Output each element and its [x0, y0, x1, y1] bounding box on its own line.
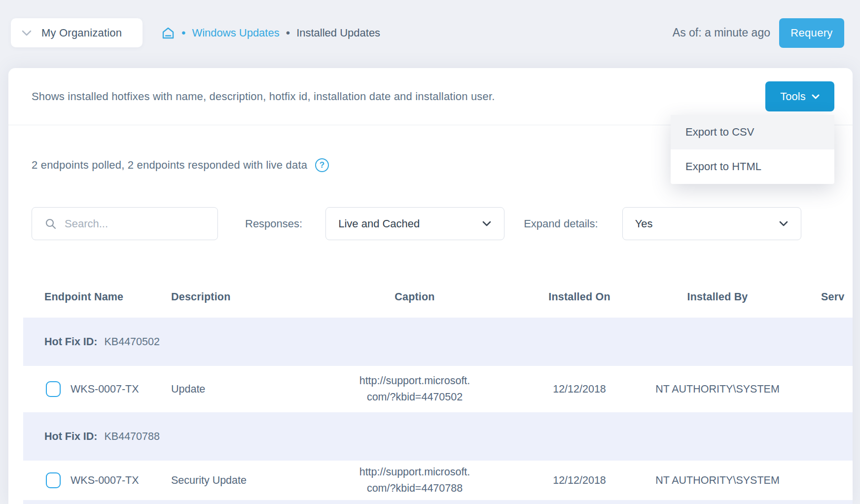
top-bar: My Organization • Windows Updates • Inst… [0, 0, 860, 68]
hotfix-group-header: Hot Fix ID: KB4470502 [23, 318, 853, 366]
row-checkbox[interactable] [46, 381, 61, 397]
search-input[interactable] [64, 217, 213, 231]
installed-by-user: NT AUTHORITY\SYSTEM [648, 474, 787, 487]
breadcrumb-separator: • [286, 27, 290, 39]
caption-line: com/?kbid=4470788 [319, 480, 510, 497]
installed-updates-table: Endpoint Name Description Caption Instal… [8, 277, 853, 504]
tools-button-label: Tools [780, 90, 805, 103]
poll-status-row: 2 endpoints polled, 2 endpoints responde… [32, 157, 329, 173]
update-caption-url: http://support.microsoft. com/?kbid=4470… [319, 464, 510, 497]
column-header-installed-by[interactable]: Installed By [648, 291, 787, 303]
breadcrumb-current-page: Installed Updates [296, 27, 380, 39]
caption-line: http://support.microsoft. [319, 373, 510, 389]
endpoint-name: WKS-0007-TX [71, 474, 139, 487]
column-header-description[interactable]: Description [171, 291, 319, 303]
hotfix-id-value: KB4470788 [105, 431, 160, 443]
filter-row: Responses: Live and Cached Expand detail… [32, 207, 838, 240]
breadcrumb-separator: • [181, 27, 185, 39]
update-description: Security Update [171, 474, 319, 487]
table-header-row: Endpoint Name Description Caption Instal… [23, 277, 853, 318]
responses-select-value: Live and Cached [338, 217, 420, 230]
column-header-caption[interactable]: Caption [319, 291, 510, 303]
expand-details-select-value: Yes [635, 217, 653, 230]
responses-label: Responses: [245, 217, 302, 230]
hotfix-id-label: Hot Fix ID: [44, 431, 98, 443]
chevron-down-icon [482, 221, 491, 226]
report-description: Shows installed hotfixes with name, desc… [32, 90, 765, 103]
caption-line: http://support.microsoft. [319, 464, 510, 480]
breadcrumb: • Windows Updates • Installed Updates [161, 18, 380, 47]
hotfix-id-label: Hot Fix ID: [44, 336, 98, 348]
caption-line: com/?kbid=4470502 [319, 389, 510, 405]
hotfix-id-value: KB4470502 [105, 336, 160, 348]
hotfix-group-header-partial [23, 500, 853, 504]
home-icon[interactable] [161, 26, 175, 40]
breadcrumb-link-windows-updates[interactable]: Windows Updates [192, 27, 279, 39]
organization-label: My Organization [41, 27, 122, 39]
expand-details-label: Expand details: [524, 217, 598, 230]
expand-details-select[interactable]: Yes [622, 207, 801, 240]
tools-dropdown-menu: Export to CSV Export to HTML [671, 115, 834, 184]
hotfix-group-header: Hot Fix ID: KB4470788 [23, 412, 853, 461]
chevron-down-icon [779, 221, 788, 226]
requery-button[interactable]: Requery [779, 18, 844, 48]
table-row: WKS-0007-TX Update http://support.micros… [23, 366, 853, 412]
as-of-timestamp: As of: a minute ago [673, 18, 770, 47]
chevron-down-icon [22, 30, 32, 36]
column-header-service-truncated[interactable]: Serv [787, 291, 853, 303]
tools-button[interactable]: Tools [765, 81, 834, 111]
row-checkbox[interactable] [46, 472, 61, 488]
chevron-down-icon [812, 94, 820, 99]
menu-item-export-csv[interactable]: Export to CSV [671, 115, 834, 149]
column-header-installed-on[interactable]: Installed On [510, 291, 648, 303]
installed-on-date: 12/12/2018 [510, 474, 648, 487]
installed-on-date: 12/12/2018 [510, 383, 648, 396]
update-description: Update [171, 383, 319, 396]
table-row: WKS-0007-TX Security Update http://suppo… [23, 461, 853, 500]
organization-selector[interactable]: My Organization [11, 18, 143, 47]
poll-status-text: 2 endpoints polled, 2 endpoints responde… [32, 159, 307, 172]
installed-by-user: NT AUTHORITY\SYSTEM [648, 383, 787, 396]
update-caption-url: http://support.microsoft. com/?kbid=4470… [319, 373, 510, 406]
report-card: Shows installed hotfixes with name, desc… [8, 68, 853, 504]
search-icon [45, 218, 57, 230]
endpoint-name: WKS-0007-TX [71, 383, 139, 396]
help-icon[interactable]: ? [315, 158, 329, 172]
menu-item-export-html[interactable]: Export to HTML [671, 149, 834, 184]
search-box [32, 207, 218, 240]
column-header-endpoint-name[interactable]: Endpoint Name [23, 291, 171, 303]
responses-select[interactable]: Live and Cached [325, 207, 504, 240]
